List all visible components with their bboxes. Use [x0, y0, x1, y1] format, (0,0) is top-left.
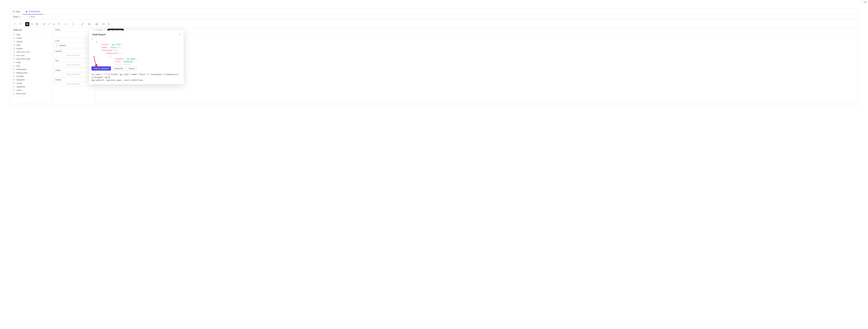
color-field-pill[interactable]: season: [55, 43, 67, 47]
resize-button[interactable]: [71, 22, 75, 26]
aggregate-button[interactable]: [25, 22, 29, 26]
shelf-header: Size: [54, 59, 93, 63]
nominal-type-icon: [13, 55, 15, 56]
svg-rect-2: [27, 11, 27, 12]
sort-asc-button[interactable]: [52, 22, 56, 26]
tab-data[interactable]: Data: [10, 9, 23, 14]
modal-close-button[interactable]: [178, 33, 181, 36]
new-chart-tab[interactable]: + New: [26, 14, 38, 19]
field-item[interactable]: work yes or not: [12, 50, 52, 54]
field-item[interactable]: holiday: [12, 47, 52, 50]
field-item[interactable]: #temperature: [12, 67, 52, 71]
nominal-type-icon: [13, 58, 15, 60]
trash-icon[interactable]: [56, 44, 58, 47]
code-export-modal: Code Export [ { "visId": "gw_rZy5", "nam…: [89, 30, 184, 84]
field-item[interactable]: #humidity: [12, 74, 52, 78]
code-export-button[interactable]: [101, 22, 106, 26]
color-shelf[interactable]: Color season: [54, 39, 94, 48]
tab-label: Visualization: [29, 10, 40, 13]
stack-button[interactable]: [35, 22, 39, 26]
size-shelf[interactable]: Size Drop Field Here: [54, 59, 94, 67]
field-name: date: [17, 33, 20, 36]
paint-button[interactable]: [80, 22, 84, 26]
code-preview[interactable]: [ { "visId": "gw_rZy5", "name": "Chart 1…: [92, 37, 181, 64]
field-name: registered: [17, 86, 25, 88]
settings-button[interactable]: [94, 22, 99, 26]
info-icon[interactable]: i: [862, 1, 862, 3]
chart-icon: [26, 10, 28, 12]
field-item[interactable]: #feeling_temp: [12, 71, 52, 74]
axes-button[interactable]: [64, 22, 68, 26]
drop-zone[interactable]: Drop Field Here: [54, 63, 93, 67]
export-as-button[interactable]: Export As: [112, 66, 125, 71]
chevron-down-icon[interactable]: [76, 24, 77, 25]
field-name: season: [17, 40, 23, 42]
field-item[interactable]: #winspeed: [12, 78, 52, 82]
resize-handle[interactable]: [179, 80, 181, 82]
field-item[interactable]: #hour: [12, 64, 52, 67]
details-shelf[interactable]: Details Drop Field Here: [54, 78, 94, 86]
tab-visualization[interactable]: Visualization: [23, 9, 43, 14]
toolbar-separator: [62, 23, 62, 26]
field-item[interactable]: #registered: [12, 85, 52, 88]
redo-button[interactable]: [18, 22, 22, 26]
opacity-shelf[interactable]: Opacity Drop Field Here: [54, 49, 94, 58]
field-name: month: [17, 37, 22, 39]
field-name: winspeed: [17, 79, 25, 81]
field-name: index: [17, 61, 21, 63]
field-name: humidity: [17, 75, 24, 77]
mark-type-button[interactable]: [30, 22, 34, 26]
field-name: holiday: [17, 48, 23, 50]
chart-tab-1[interactable]: Chart 1: [10, 14, 26, 19]
modal-button-row: Copy to Clipboard Export As Cancel: [89, 64, 184, 72]
drop-zone[interactable]: Drop Field Here: [54, 53, 93, 57]
field-item[interactable]: #Row count: [12, 92, 52, 95]
edit-icon[interactable]: [21, 16, 22, 18]
field-item[interactable]: #month: [12, 36, 52, 40]
field-name: year: [17, 44, 20, 46]
field-name: work yes or not: [17, 51, 30, 53]
svg-rect-1: [26, 11, 26, 12]
field-item[interactable]: Day of the week: [12, 57, 52, 61]
sort-desc-button[interactable]: [57, 22, 61, 26]
x-axis-row[interactable]: X-Axis Day of the week: [95, 28, 856, 33]
quantitative-type-icon: #: [13, 79, 15, 81]
svg-point-7: [89, 24, 89, 24]
toolbar-separator: [40, 23, 41, 26]
field-item[interactable]: season: [12, 40, 52, 43]
field-name: am or pm: [17, 54, 25, 56]
field-item[interactable]: date: [12, 33, 52, 36]
undo-button[interactable]: [13, 22, 18, 26]
export-image-button[interactable]: [87, 22, 92, 26]
quantitative-type-icon: #: [13, 86, 15, 88]
quantitative-type-icon: #: [13, 65, 15, 67]
refresh-button[interactable]: [42, 22, 46, 26]
cancel-button[interactable]: Cancel: [126, 66, 137, 71]
pill-label: season: [59, 44, 65, 47]
shape-shelf[interactable]: Shape Drop Field Here: [54, 68, 94, 77]
transpose-button[interactable]: [47, 22, 51, 26]
menu-icon[interactable]: [864, 1, 867, 3]
toolbar-separator: [79, 23, 79, 26]
code-output-box[interactable]: vis_spec = """[{"visId":"gw_rZy5","name"…: [92, 73, 181, 82]
field-item[interactable]: am or pm: [12, 54, 52, 57]
filters-shelf[interactable]: Filters: [54, 28, 94, 38]
svg-rect-3: [27, 11, 27, 12]
database-icon: [12, 10, 14, 13]
field-item[interactable]: #count: [12, 88, 52, 92]
canvas-panel: X-Axis Day of the week registered sum ▾: [95, 28, 857, 103]
field-item[interactable]: #casual: [12, 82, 52, 85]
y-axis-row[interactable]: registered sum ▾: [95, 33, 856, 37]
quantitative-type-icon: #: [13, 93, 15, 95]
shelf-header: Details: [54, 78, 93, 82]
drop-zone[interactable]: Drop Field Here: [54, 72, 93, 77]
copy-to-clipboard-button[interactable]: Copy to Clipboard: [92, 66, 111, 70]
nominal-type-icon: [13, 34, 15, 35]
field-item[interactable]: #index: [12, 61, 52, 64]
chevron-down-icon[interactable]: [92, 24, 94, 25]
user-button[interactable]: [106, 22, 111, 26]
svg-rect-5: [36, 23, 38, 25]
quantitative-type-icon: #: [13, 76, 15, 77]
field-item[interactable]: year: [12, 43, 52, 47]
drop-zone[interactable]: Drop Field Here: [54, 82, 93, 86]
